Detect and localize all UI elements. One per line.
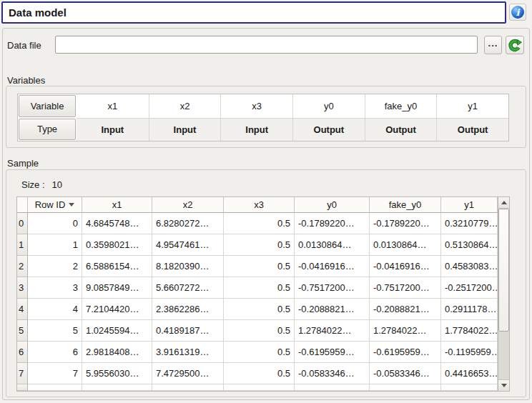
vertical-scrollbar[interactable] <box>498 197 509 391</box>
table-cell[interactable]: 2 <box>28 256 82 277</box>
table-cell[interactable]: 0.3210779… <box>441 213 498 234</box>
row-header[interactable]: 4 <box>17 299 28 320</box>
row-header[interactable]: 0 <box>17 213 28 234</box>
scroll-down-button[interactable] <box>498 379 509 391</box>
size-value: 10 <box>52 179 62 190</box>
row-header[interactable]: 3 <box>17 277 28 299</box>
table-cell[interactable]: 0.4189187… <box>152 320 224 342</box>
table-cell[interactable]: 0.5 <box>224 213 295 234</box>
table-cell[interactable]: 1.0245594… <box>82 320 152 342</box>
sample-table-header: Row ID x1 x2 x3 y0 fake_y0 y1 <box>17 197 498 213</box>
table-row-partial[interactable] <box>17 384 498 391</box>
table-cell[interactable]: 0.4583083… <box>441 256 498 277</box>
table-cell[interactable]: 3.9161319… <box>152 342 224 363</box>
table-cell[interactable]: 0.5 <box>224 363 295 384</box>
table-cell[interactable]: -0.0416916… <box>370 256 441 277</box>
table-cell[interactable]: -0.1789220… <box>295 213 370 234</box>
scrollbar-track[interactable] <box>498 332 509 379</box>
size-label: Size : <box>21 179 45 190</box>
table-cell[interactable]: 8.1820390… <box>152 256 224 277</box>
variable-name-cell[interactable]: x1 <box>77 94 149 118</box>
table-cell[interactable]: -0.2088821… <box>370 299 441 320</box>
table-cell[interactable]: 5 <box>28 320 82 342</box>
table-cell[interactable]: 7.2104420… <box>82 299 152 320</box>
type-row-header[interactable]: Type <box>19 119 76 141</box>
table-cell[interactable]: -0.0416916… <box>295 256 370 277</box>
table-cell[interactable]: -0.6195959… <box>295 342 370 363</box>
row-header[interactable]: 6 <box>17 342 28 363</box>
variable-name-cell[interactable]: x3 <box>220 94 292 118</box>
table-cell[interactable]: 3 <box>28 277 82 299</box>
row-header[interactable]: 2 <box>17 256 28 277</box>
column-header-x1[interactable]: x1 <box>82 197 152 213</box>
table-cell[interactable]: 1.7784022… <box>441 320 498 342</box>
table-cell[interactable]: -0.7517200… <box>370 277 441 299</box>
variable-name-cell[interactable]: fake_y0 <box>365 94 437 118</box>
table-cell[interactable]: 4.9547461… <box>152 234 224 256</box>
info-icon: i <box>511 6 524 19</box>
table-cell[interactable]: -0.2517200… <box>441 277 498 299</box>
table-cell[interactable]: 0.5 <box>224 299 295 320</box>
table-cell[interactable]: 4 <box>28 299 82 320</box>
variable-name-cell[interactable]: x2 <box>149 94 221 118</box>
table-cell[interactable]: 1 <box>28 234 82 256</box>
table-cell[interactable]: 1.2784022… <box>370 320 441 342</box>
variable-type-cell[interactable]: Input <box>77 118 149 141</box>
table-cell[interactable]: 7.4729500… <box>152 363 224 384</box>
table-cell[interactable]: 0.5 <box>224 342 295 363</box>
table-cell[interactable]: 0 <box>28 213 82 234</box>
variable-type-cell[interactable]: Output <box>292 118 365 141</box>
table-cell[interactable]: 0.5130864… <box>441 234 498 256</box>
table-cell[interactable]: 0.4416653… <box>441 363 498 384</box>
column-header-x3[interactable]: x3 <box>224 197 295 213</box>
column-header-fake-y0[interactable]: fake_y0 <box>370 197 441 213</box>
variable-type-cell[interactable]: Input <box>149 118 221 141</box>
table-cell[interactable]: 6.5886154… <box>82 256 152 277</box>
column-header-y1[interactable]: y1 <box>441 197 498 213</box>
table-cell[interactable]: 6 <box>28 342 82 363</box>
variable-row-header[interactable]: Variable <box>19 95 76 117</box>
table-cell[interactable]: 0.3598021… <box>82 234 152 256</box>
variable-type-cell[interactable]: Output <box>436 118 508 141</box>
table-cell[interactable]: 6.8280272… <box>152 213 224 234</box>
column-header-y0[interactable]: y0 <box>295 197 370 213</box>
browse-button[interactable]: ... <box>484 36 502 54</box>
row-header[interactable]: 1 <box>17 234 28 256</box>
table-cell[interactable]: -0.2088821… <box>295 299 370 320</box>
table-cell[interactable]: -0.7517200… <box>295 277 370 299</box>
column-header-x2[interactable]: x2 <box>152 197 224 213</box>
table-cell[interactable]: 0.0130864… <box>370 234 441 256</box>
table-cell[interactable]: 0.5 <box>224 256 295 277</box>
table-cell[interactable]: 2.9818408… <box>82 342 152 363</box>
table-cell[interactable]: 4.6845748… <box>82 213 152 234</box>
table-cell[interactable]: 5.6607272… <box>152 277 224 299</box>
scrollbar-thumb[interactable] <box>498 209 509 332</box>
row-header[interactable]: 5 <box>17 320 28 342</box>
variable-name-cell[interactable]: y1 <box>436 94 508 118</box>
table-cell[interactable]: -0.1195959… <box>441 342 498 363</box>
table-cell[interactable]: 0.0130864… <box>295 234 370 256</box>
table-cell[interactable]: 1.2784022… <box>295 320 370 342</box>
table-cell[interactable]: 0.5 <box>224 277 295 299</box>
data-file-input[interactable] <box>55 36 478 54</box>
table-cell[interactable]: -0.0583346… <box>370 363 441 384</box>
variable-type-cell[interactable]: Input <box>220 118 292 141</box>
table-cell[interactable]: 0.5 <box>224 320 295 342</box>
table-cell[interactable]: 2.3862286… <box>152 299 224 320</box>
info-button[interactable]: i <box>509 4 526 21</box>
column-header-row-id[interactable]: Row ID <box>28 197 82 213</box>
table-cell[interactable]: 9.0857849… <box>82 277 152 299</box>
table-cell[interactable]: 7 <box>28 363 82 384</box>
scroll-up-button[interactable] <box>498 197 509 209</box>
table-cell[interactable]: 5.9556030… <box>82 363 152 384</box>
arrow-up-icon <box>501 201 507 204</box>
table-cell[interactable]: -0.1789220… <box>370 213 441 234</box>
variable-name-cell[interactable]: y0 <box>292 94 365 118</box>
row-header[interactable]: 7 <box>17 363 28 384</box>
table-cell[interactable]: -0.0583346… <box>295 363 370 384</box>
table-cell[interactable]: -0.6195959… <box>370 342 441 363</box>
table-cell[interactable]: 0.5 <box>224 234 295 256</box>
refresh-button[interactable] <box>506 36 524 54</box>
variable-type-cell[interactable]: Output <box>365 118 437 141</box>
table-cell[interactable]: 0.2911178… <box>441 299 498 320</box>
